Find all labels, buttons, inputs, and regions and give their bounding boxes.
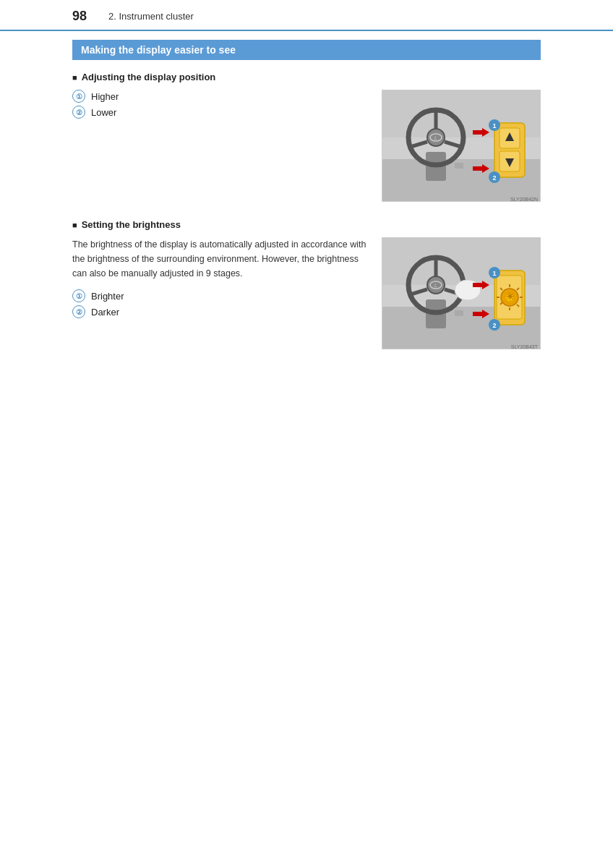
- position-svg: L: [382, 90, 541, 202]
- position-item-2-label: Lower: [91, 107, 116, 118]
- brightness-item-2-label: Darker: [91, 307, 119, 318]
- position-diagram-area: L: [382, 90, 541, 202]
- position-list: ① Higher ② Lower: [72, 90, 367, 119]
- list-item: ① Higher: [72, 90, 367, 103]
- list-item: ② Darker: [72, 305, 367, 318]
- section-title-bar: Making the display easier to see: [72, 40, 541, 60]
- svg-rect-19: [473, 130, 483, 135]
- circle-num-b2: ②: [72, 305, 85, 318]
- circle-num-1: ①: [72, 90, 85, 103]
- svg-text:1: 1: [492, 270, 496, 277]
- circle-num-b1: ①: [72, 289, 85, 302]
- circle-num-2: ②: [72, 106, 85, 119]
- section-title: Making the display easier to see: [81, 44, 236, 56]
- page-container: 98 2. Instrument cluster Making the disp…: [0, 0, 613, 868]
- list-item: ① Brighter: [72, 289, 367, 302]
- brightness-list-area: The brightness of the display is automat…: [72, 237, 367, 324]
- svg-text:2: 2: [492, 174, 496, 182]
- list-item: ② Lower: [72, 106, 367, 119]
- svg-rect-55: [473, 283, 483, 287]
- brightness-diagram: L: [382, 237, 541, 349]
- brightness-diagram-area: L: [382, 237, 541, 349]
- brightness-section: Setting the brightness The brightness of…: [72, 219, 541, 349]
- position-item-1-label: Higher: [91, 91, 119, 102]
- svg-text:L: L: [434, 283, 437, 288]
- svg-rect-59: [473, 312, 483, 316]
- content-block-brightness: The brightness of the display is automat…: [72, 237, 541, 349]
- svg-text:SLY20B42N: SLY20B42N: [510, 197, 538, 202]
- svg-text:☀: ☀: [505, 291, 515, 302]
- subsection-brightness-heading: Setting the brightness: [72, 219, 541, 230]
- brightness-description: The brightness of the display is automat…: [72, 237, 367, 281]
- svg-text:2: 2: [492, 322, 496, 329]
- position-diagram: L: [382, 90, 541, 202]
- brightness-item-1-label: Brighter: [91, 291, 124, 302]
- page-chapter: 2. Instrument cluster: [108, 11, 194, 22]
- subsection-position-label: Adjusting the display position: [82, 72, 216, 82]
- brightness-list: ① Brighter ② Darker: [72, 289, 367, 318]
- svg-text:SLY20B43T: SLY20B43T: [511, 344, 539, 349]
- page-header: 98 2. Instrument cluster: [0, 0, 613, 31]
- svg-rect-23: [473, 166, 483, 171]
- svg-text:L: L: [434, 135, 437, 140]
- position-list-area: ① Higher ② Lower: [72, 90, 367, 124]
- svg-rect-39: [455, 310, 463, 316]
- content-area: Making the display easier to see Adjusti…: [0, 40, 613, 349]
- subsection-position-heading: Adjusting the display position: [72, 72, 541, 82]
- content-block-position: ① Higher ② Lower: [72, 90, 541, 202]
- subsection-brightness-label: Setting the brightness: [82, 219, 181, 230]
- svg-rect-12: [455, 163, 463, 169]
- brightness-svg: L: [382, 238, 541, 349]
- page-number: 98: [72, 9, 87, 24]
- svg-text:1: 1: [492, 122, 496, 129]
